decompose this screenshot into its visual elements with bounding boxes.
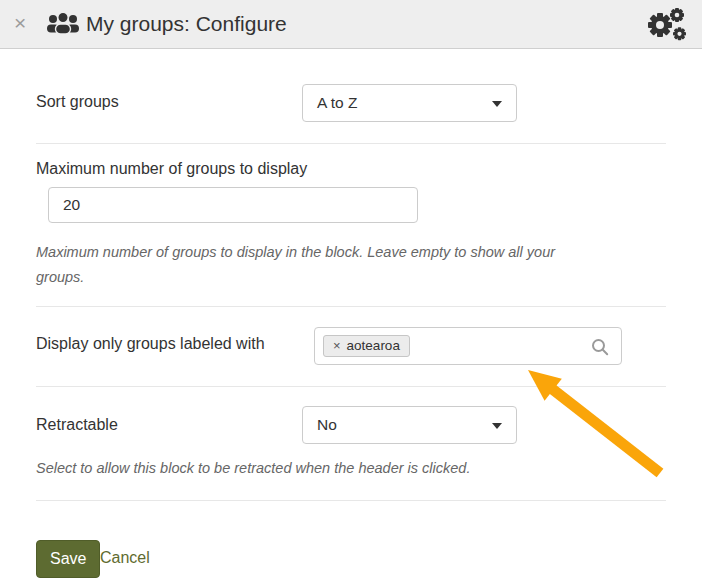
divider [36, 386, 666, 387]
search-icon [591, 338, 609, 356]
sort-groups-selected-value: A to Z [317, 85, 358, 121]
sort-groups-select[interactable]: A to Z [302, 84, 517, 122]
max-groups-help-text: Maximum number of groups to display in t… [36, 240, 581, 290]
caret-down-icon [492, 423, 502, 429]
users-icon [46, 11, 80, 37]
sort-groups-label: Sort groups [36, 93, 119, 111]
modal-title: My groups: Configure [86, 0, 287, 48]
cogs-icon [644, 6, 690, 44]
block-config-modal: × My groups: Configure [0, 0, 702, 586]
divider [36, 500, 666, 501]
retractable-selected-value: No [317, 407, 337, 443]
divider [36, 143, 666, 144]
retractable-label: Retractable [36, 416, 118, 434]
tag-chip-label: aotearoa [347, 338, 400, 353]
close-icon[interactable]: × [10, 0, 30, 48]
max-groups-input[interactable] [48, 187, 418, 223]
modal-header: × My groups: Configure [0, 0, 702, 49]
divider [36, 306, 666, 307]
cancel-link[interactable]: Cancel [100, 549, 150, 567]
label-filter-tag-input[interactable]: ×aotearoa [314, 327, 622, 365]
tag-chip-aotearoa: ×aotearoa [323, 335, 410, 357]
caret-down-icon [492, 101, 502, 107]
label-filter-label: Display only groups labeled with [36, 335, 265, 353]
retractable-help-text: Select to allow this block to be retract… [36, 456, 616, 481]
tag-remove-icon[interactable]: × [333, 338, 341, 353]
max-groups-label: Maximum number of groups to display [36, 160, 307, 178]
save-button[interactable]: Save [36, 540, 100, 578]
retractable-select[interactable]: No [302, 406, 517, 444]
